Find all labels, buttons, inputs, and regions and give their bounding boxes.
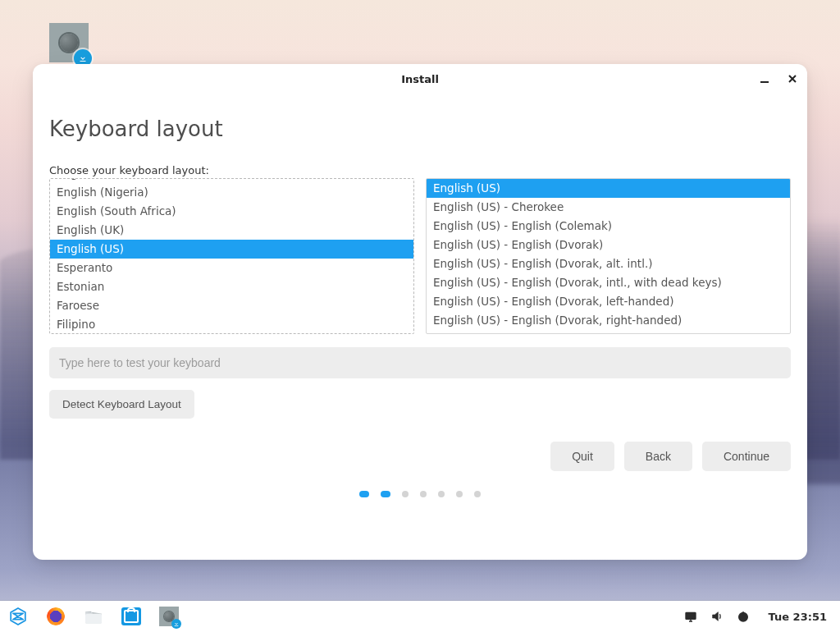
desktop-installer-shortcut[interactable]: [49, 23, 89, 62]
minimize-button[interactable]: [758, 72, 771, 85]
layout-lists: English (Ghana)English (Nigeria)English …: [49, 178, 791, 334]
window-title: Install: [401, 73, 439, 85]
close-button[interactable]: [786, 72, 799, 85]
installer-content: Keyboard layout Choose your keyboard lay…: [33, 94, 807, 560]
firefox-icon[interactable]: [46, 607, 66, 626]
choose-layout-label: Choose your keyboard layout:: [49, 164, 791, 176]
window-titlebar: Install: [33, 64, 807, 94]
start-menu-icon[interactable]: [8, 607, 28, 626]
back-button[interactable]: Back: [624, 442, 692, 471]
page-heading: Keyboard layout: [49, 117, 791, 141]
layout-variant-list[interactable]: English (US)English (US) - CherokeeEngli…: [426, 178, 791, 334]
list-item[interactable]: English (UK): [50, 221, 413, 240]
installer-lens-icon: [60, 34, 78, 52]
progress-dot: [402, 491, 409, 497]
progress-dot: [359, 491, 369, 497]
wizard-nav: Quit Back Continue: [49, 442, 791, 471]
taskbar-installer-icon[interactable]: [159, 607, 179, 626]
installer-window: Install Keyboard layout Choose your keyb…: [33, 64, 807, 560]
svg-rect-0: [760, 81, 769, 83]
list-item[interactable]: English (Nigeria): [50, 183, 413, 202]
list-item[interactable]: English (US) - English (Dvorak, alt. int…: [427, 254, 790, 273]
wizard-progress-dots: [49, 471, 791, 512]
list-item[interactable]: English (US) - English (Dvorak, intl., w…: [427, 273, 790, 292]
taskbar: Tue 23:51: [0, 601, 840, 632]
list-item[interactable]: English (US) - English (Colemak): [427, 217, 790, 236]
taskbar-clock[interactable]: Tue 23:51: [769, 611, 827, 623]
power-icon[interactable]: [736, 609, 751, 624]
volume-icon[interactable]: [710, 609, 724, 624]
list-item[interactable]: English (US) - English (Dvorak): [427, 236, 790, 254]
svg-rect-3: [85, 614, 102, 624]
list-item[interactable]: English (South Africa): [50, 202, 413, 221]
list-item[interactable]: English (US) - Cherokee: [427, 198, 790, 217]
list-item[interactable]: English (US) - English (Dvorak, left-han…: [427, 292, 790, 311]
layout-country-list[interactable]: English (Ghana)English (Nigeria)English …: [49, 178, 414, 334]
list-item[interactable]: English (US): [427, 179, 790, 198]
progress-dot: [474, 491, 481, 497]
file-manager-icon[interactable]: [84, 607, 103, 626]
progress-dot: [420, 491, 427, 497]
progress-dot: [456, 491, 463, 497]
list-item[interactable]: Estonian: [50, 277, 413, 296]
quit-button[interactable]: Quit: [550, 442, 614, 471]
software-store-icon[interactable]: [121, 607, 141, 626]
display-icon[interactable]: [683, 609, 698, 624]
list-item[interactable]: Esperanto: [50, 259, 413, 277]
list-item[interactable]: Faroese: [50, 296, 413, 315]
svg-marker-2: [13, 613, 23, 619]
list-item[interactable]: Filipino: [50, 315, 413, 334]
progress-dot: [381, 491, 390, 497]
detect-keyboard-layout-button[interactable]: Detect Keyboard Layout: [49, 390, 194, 419]
keyboard-test-input[interactable]: [49, 347, 791, 378]
svg-rect-4: [686, 612, 696, 619]
continue-button[interactable]: Continue: [702, 442, 791, 471]
list-item[interactable]: English (US) - English (Dvorak, right-ha…: [427, 311, 790, 330]
list-item[interactable]: English (US): [50, 240, 413, 259]
progress-dot: [438, 491, 445, 497]
